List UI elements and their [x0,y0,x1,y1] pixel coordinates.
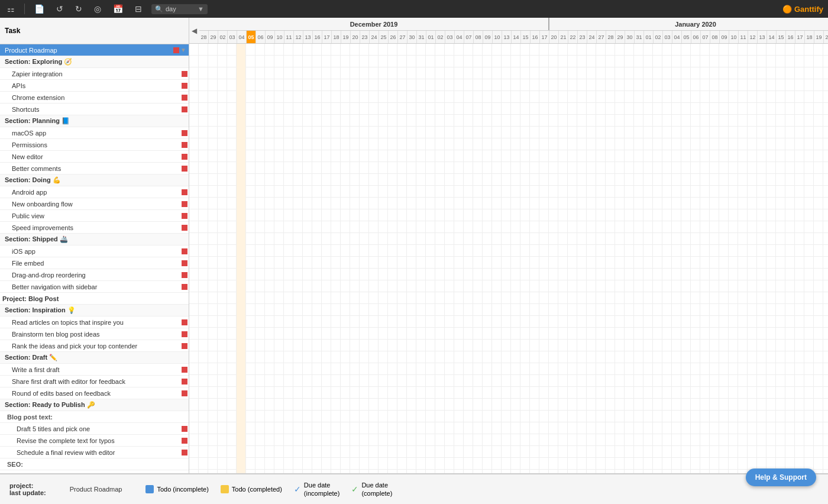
gantt-cell [379,233,388,245]
gantt-cell [577,351,587,363]
gantt-cell [653,257,662,269]
task-row[interactable]: Revise the complete text for typos [0,435,189,447]
task-row[interactable]: File embed [0,257,189,269]
task-row[interactable]: New editor [0,151,189,163]
task-row[interactable]: New onboarding flow [0,198,189,210]
gantt-cell [303,340,312,351]
target-icon[interactable]: ◎ [92,3,104,15]
task-row[interactable]: Section: Inspiration 💡 [0,305,189,316]
gantt-cell [265,115,274,127]
task-row[interactable]: Shortcuts [0,104,189,115]
gantt-cell [388,79,397,91]
task-row[interactable]: Draft 5 titles and pick one [0,423,189,435]
gantt-cell [397,56,407,67]
task-row[interactable]: Project: Blog Post [0,293,189,305]
task-row[interactable]: Write a first draft [0,364,189,376]
gantt-cell [785,233,795,245]
task-row[interactable]: Round of edits based on feedback [0,387,189,399]
task-row[interactable]: Section: Shipped 🚢 [0,234,189,245]
gantt-cell [360,387,369,399]
task-row[interactable]: Section: Draft ✏️ [0,352,189,364]
task-row[interactable]: Section: Ready to Publish 🔑 [0,399,189,411]
task-row[interactable]: Section: Planning 📘 [0,115,189,127]
gantt-cell [625,91,634,103]
gantt-cell [341,292,350,304]
task-row[interactable]: APIs [0,80,189,92]
task-row[interactable]: Chrome extension [0,92,189,104]
gantt-cell [284,363,293,375]
gantt-cell [615,209,625,221]
gantt-cell [293,127,303,138]
sync-icon[interactable]: ↻ [73,3,85,15]
search-box[interactable]: 🔍 ▼ [151,4,208,14]
gantt-cell [596,186,606,198]
task-row[interactable]: Better navigation with sidebar [0,281,189,293]
task-row[interactable]: Public view [0,210,189,222]
gantt-cell [681,363,691,375]
gantt-cell [407,150,416,162]
refresh-icon[interactable]: ↺ [54,3,66,15]
gantt-body-row [189,115,828,127]
gantt-cell [776,174,785,186]
filter-icon[interactable]: ⊟ [132,3,144,15]
task-row[interactable]: Rank the ideas and pick your top contend… [0,340,189,352]
gantt-cell [634,138,643,150]
task-row[interactable]: Blog post text: [0,411,189,423]
gantt-cell [700,257,710,269]
dropdown-icon[interactable]: ▼ [198,5,204,12]
task-row[interactable]: SEO: [0,458,189,470]
help-support-button[interactable]: Help & Support [746,469,816,486]
gantt-cell [416,79,426,91]
gantt-cell [312,221,322,233]
gantt-cell [757,67,766,79]
task-row[interactable]: Better comments [0,163,189,175]
task-row[interactable]: Section: Exploring 🧭 [0,56,189,68]
gantt-cell [530,446,539,458]
gantt-cell [691,340,700,351]
calendar-icon[interactable]: 📅 [111,3,125,15]
file-icon[interactable]: 📄 [32,3,47,15]
gantt-cell [729,245,738,257]
gantt-cell [596,328,606,340]
search-input[interactable] [166,5,195,12]
task-row[interactable]: Product Roadmap▼ [0,44,189,56]
gantt-cell [435,458,445,470]
gantt-cell [416,422,426,434]
task-row[interactable]: Android app [0,186,189,198]
task-row[interactable]: iOS app [0,245,189,257]
task-row[interactable]: Schedule a final review with editor [0,447,189,458]
task-row[interactable]: Zapier integration [0,68,189,80]
gantt-cell [729,91,738,103]
gantt-cell [520,67,530,79]
task-row[interactable]: Read articles on topics that inspire you [0,316,189,328]
task-row[interactable]: Drag-and-drop reordering [0,269,189,281]
gantt-cell [625,209,634,221]
task-row[interactable]: Speed improvements [0,222,189,234]
gantt-panel[interactable]: ◀ December 2019January 2020February 2020… [189,18,828,473]
gantt-cell [681,304,691,316]
task-row[interactable]: Permissions [0,139,189,151]
prev-arrow[interactable]: ◀ [189,18,199,43]
row-expand-arrow[interactable]: ▼ [180,47,186,53]
grid-icon[interactable]: ⚏ [5,3,17,15]
gantt-cell [284,103,293,115]
gantt-cell [303,115,312,127]
gantt-cell [814,280,823,292]
gantt-cell [539,434,549,446]
gantt-cell [341,79,350,91]
task-row[interactable]: Section: Doing 💪 [0,175,189,186]
task-row[interactable]: macOS app [0,127,189,139]
gantt-cell [322,245,331,257]
gantt-cell [530,67,539,79]
gantt-cell [246,422,255,434]
gantt-cell [388,44,397,56]
gantt-cell [255,257,265,269]
gantt-cell [615,387,625,399]
task-row[interactable]: Brainstorm ten blog post ideas [0,328,189,340]
task-row[interactable]: Share first draft with editor for feedba… [0,376,189,387]
gantt-cell [502,162,511,174]
gantt-body-row [189,103,828,115]
gantt-cell [397,162,407,174]
gantt-cell [804,316,814,328]
gantt-cell [237,245,246,257]
